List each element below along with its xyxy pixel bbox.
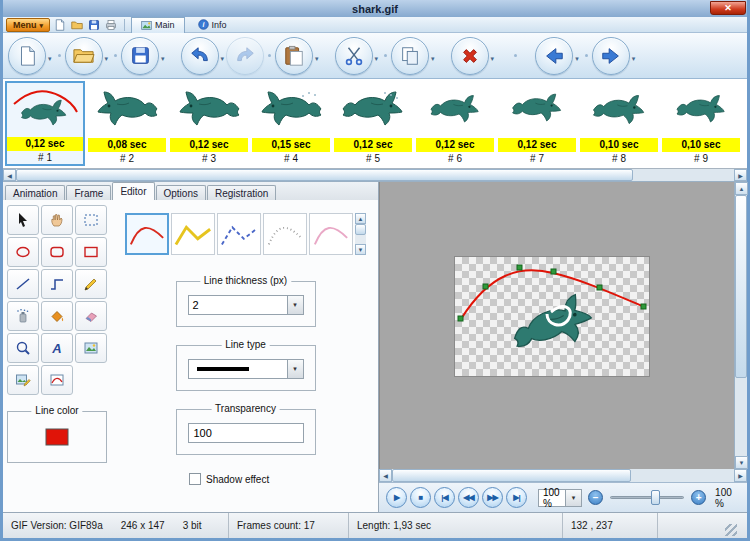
frame-item[interactable]: 0,12 sec # 5 [333, 81, 413, 166]
redo-button[interactable] [226, 37, 264, 75]
forward-dropdown-arrow[interactable] [630, 47, 638, 65]
tab-registration[interactable]: Registration [207, 185, 276, 200]
zoom-out-button[interactable]: − [588, 490, 603, 505]
canvas-horizontal-scrollbar[interactable] [379, 469, 747, 482]
scroll-track[interactable] [16, 169, 734, 181]
line-tool[interactable] [7, 269, 39, 299]
select-tool[interactable] [7, 205, 39, 235]
rectangle-tool[interactable] [75, 237, 107, 267]
back-button[interactable] [535, 37, 573, 75]
frame-item[interactable]: 0,15 sec # 4 [251, 81, 331, 166]
frame-item[interactable]: 0,12 sec # 6 [415, 81, 495, 166]
frames-scrollbar[interactable] [3, 169, 747, 182]
menu-button[interactable]: Menu [6, 18, 50, 32]
last-frame-button[interactable]: ▶| [506, 487, 527, 508]
save-dropdown-arrow[interactable] [159, 47, 167, 65]
line-style-scrollbar[interactable] [355, 213, 366, 255]
frame-item[interactable]: 0,12 sec # 7 [497, 81, 577, 166]
scroll-thumb[interactable] [16, 169, 633, 181]
ellipse-tool[interactable] [7, 237, 39, 267]
paste-dropdown-arrow[interactable] [313, 47, 321, 65]
scroll-right-arrow[interactable] [734, 169, 747, 181]
slider-thumb[interactable] [651, 490, 660, 505]
open-icon[interactable] [70, 18, 84, 32]
scroll-up-arrow[interactable] [355, 213, 366, 224]
undo-dropdown-arrow[interactable] [219, 47, 227, 65]
stop-button[interactable]: ■ [410, 487, 431, 508]
scroll-left-arrow[interactable] [379, 469, 392, 482]
open-dropdown-arrow[interactable] [103, 47, 111, 65]
eraser-tool[interactable] [75, 301, 107, 331]
undo-button[interactable] [181, 37, 219, 75]
zoom-tool[interactable] [7, 333, 39, 363]
new-dropdown-arrow[interactable] [46, 47, 54, 65]
frame-item[interactable]: 0,08 sec # 2 [87, 81, 167, 166]
next-frame-button[interactable]: ▶▶ [482, 487, 503, 508]
save-button[interactable] [121, 37, 159, 75]
chevron-down-icon[interactable] [565, 490, 581, 506]
transparency-input[interactable]: 100 [188, 423, 304, 443]
scroll-thumb[interactable] [355, 224, 366, 235]
canvas-image[interactable] [454, 256, 650, 377]
fill-tool[interactable] [41, 301, 73, 331]
first-frame-button[interactable]: |◀ [434, 487, 455, 508]
tab-frame[interactable]: Frame [66, 185, 111, 200]
forward-button[interactable] [592, 37, 630, 75]
spray-tool[interactable] [7, 301, 39, 331]
close-button[interactable]: ✕ [710, 1, 746, 15]
line-style-solid-polyline[interactable] [171, 213, 215, 255]
frame-item[interactable]: 0,10 sec # 8 [579, 81, 659, 166]
zoom-slider[interactable] [610, 490, 684, 505]
line-style-dotted-curve[interactable] [263, 213, 307, 255]
image-tool[interactable] [75, 333, 107, 363]
copy-dropdown-arrow[interactable] [429, 47, 437, 65]
line-type-select[interactable] [188, 359, 304, 379]
previous-frame-button[interactable]: ◀◀ [458, 487, 479, 508]
line-style-soft-curve[interactable] [309, 213, 353, 255]
picture-tool[interactable] [41, 365, 73, 395]
open-button[interactable] [65, 37, 103, 75]
pan-tool[interactable] [41, 205, 73, 235]
line-style-dashed-polyline[interactable] [217, 213, 261, 255]
play-button[interactable]: ▶ [386, 487, 407, 508]
frame-item[interactable]: 0,10 sec # 9 [661, 81, 741, 166]
tab-editor[interactable]: Editor [112, 182, 154, 200]
copy-button[interactable] [391, 37, 429, 75]
scroll-thumb[interactable] [735, 195, 747, 378]
frame-item[interactable]: 0,12 sec # 1 [5, 81, 85, 166]
edit-canvas[interactable] [379, 182, 734, 469]
scroll-down-arrow[interactable] [355, 244, 366, 255]
tab-main[interactable]: Main [131, 17, 185, 33]
delete-button[interactable] [451, 37, 489, 75]
zoom-select[interactable]: 100 % [538, 489, 582, 507]
tab-options[interactable]: Options [156, 185, 206, 200]
frame-item[interactable]: 0,12 sec # 3 [169, 81, 249, 166]
title-bar[interactable]: shark.gif ✕ [3, 0, 747, 17]
line-style-solid-curve[interactable] [125, 213, 169, 255]
text-tool[interactable]: A [41, 333, 73, 363]
scroll-right-arrow[interactable] [734, 469, 747, 482]
line-color-swatch[interactable] [45, 428, 69, 446]
tab-animation[interactable]: Animation [5, 185, 65, 200]
polyline-tool[interactable] [41, 269, 73, 299]
scroll-up-arrow[interactable] [735, 182, 748, 195]
paste-button[interactable] [275, 37, 313, 75]
scroll-down-arrow[interactable] [735, 456, 748, 469]
zoom-in-button[interactable]: + [691, 490, 706, 505]
shadow-effect-checkbox[interactable] [189, 473, 201, 485]
chevron-down-icon[interactable] [287, 360, 303, 378]
new-icon[interactable] [53, 18, 67, 32]
pencil-tool[interactable] [75, 269, 107, 299]
resize-grip[interactable] [725, 524, 737, 536]
cut-button[interactable] [335, 37, 373, 75]
edit-image-tool[interactable] [7, 365, 39, 395]
chevron-down-icon[interactable] [287, 296, 303, 314]
save-icon[interactable] [87, 18, 101, 32]
rounded-rect-tool[interactable] [41, 237, 73, 267]
scroll-thumb[interactable] [392, 469, 631, 482]
delete-dropdown-arrow[interactable] [489, 47, 497, 65]
print-icon[interactable] [104, 18, 118, 32]
new-button[interactable] [8, 37, 46, 75]
scroll-left-arrow[interactable] [3, 169, 16, 181]
line-thickness-select[interactable]: 2 [188, 295, 304, 315]
